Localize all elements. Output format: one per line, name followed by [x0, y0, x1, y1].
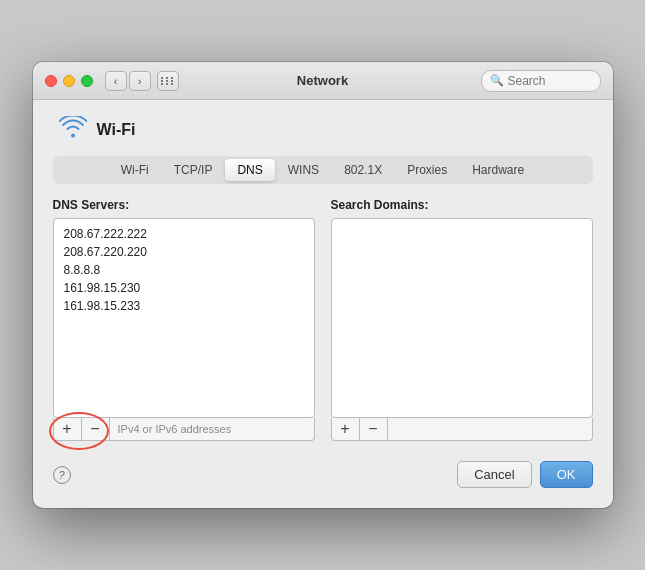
dns-servers-panel: DNS Servers: 208.67.222.222 208.67.220.2… [53, 198, 315, 441]
tab-hardware[interactable]: Hardware [460, 159, 536, 181]
titlebar: ‹ › Network 🔍 [33, 62, 613, 100]
list-item: 208.67.222.222 [58, 225, 310, 243]
minimize-button[interactable] [63, 75, 75, 87]
tab-wifi[interactable]: Wi-Fi [109, 159, 161, 181]
action-buttons: Cancel OK [457, 461, 592, 488]
tab-tcpip[interactable]: TCP/IP [162, 159, 225, 181]
tab-wins[interactable]: WINS [276, 159, 331, 181]
dns-server-controls: + − IPv4 or IPv6 addresses [53, 418, 315, 441]
remove-domain-button[interactable]: − [360, 418, 388, 440]
window-title: Network [297, 73, 348, 88]
dns-servers-list[interactable]: 208.67.222.222 208.67.220.220 8.8.8.8 16… [53, 218, 315, 418]
search-domain-controls: + − [331, 418, 593, 441]
add-dns-button[interactable]: + [54, 418, 82, 440]
search-domains-label: Search Domains: [331, 198, 593, 212]
ok-button[interactable]: OK [540, 461, 593, 488]
search-domains-panel: Search Domains: + − [331, 198, 593, 441]
help-button[interactable]: ? [53, 466, 71, 484]
search-icon: 🔍 [490, 74, 504, 87]
traffic-lights [45, 75, 93, 87]
cancel-button[interactable]: Cancel [457, 461, 531, 488]
forward-button[interactable]: › [129, 71, 151, 91]
search-box[interactable]: 🔍 [481, 70, 601, 92]
add-domain-button[interactable]: + [332, 418, 360, 440]
list-item: 208.67.220.220 [58, 243, 310, 261]
maximize-button[interactable] [81, 75, 93, 87]
search-input[interactable] [508, 74, 593, 88]
bottom-bar: ? Cancel OK [53, 451, 593, 492]
tabs-bar: Wi-Fi TCP/IP DNS WINS 802.1X Proxies Har… [53, 156, 593, 184]
list-item: 161.98.15.230 [58, 279, 310, 297]
close-button[interactable] [45, 75, 57, 87]
list-item: 161.98.15.233 [58, 297, 310, 315]
remove-dns-button[interactable]: − [82, 418, 110, 440]
tab-proxies[interactable]: Proxies [395, 159, 459, 181]
wifi-label: Wi-Fi [97, 121, 136, 139]
dns-servers-label: DNS Servers: [53, 198, 315, 212]
grid-button[interactable] [157, 71, 179, 91]
back-button[interactable]: ‹ [105, 71, 127, 91]
search-domains-list[interactable] [331, 218, 593, 418]
nav-buttons: ‹ › [105, 71, 151, 91]
dns-hint: IPv4 or IPv6 addresses [110, 418, 240, 440]
tab-dns[interactable]: DNS [225, 159, 274, 181]
content-area: Wi-Fi Wi-Fi TCP/IP DNS WINS 802.1X Proxi… [33, 100, 613, 508]
window: ‹ › Network 🔍 [33, 62, 613, 508]
main-area: DNS Servers: 208.67.222.222 208.67.220.2… [53, 198, 593, 441]
wifi-icon [59, 116, 87, 144]
list-item: 8.8.8.8 [58, 261, 310, 279]
tab-8021x[interactable]: 802.1X [332, 159, 394, 181]
wifi-header: Wi-Fi [53, 116, 593, 144]
grid-icon [161, 77, 175, 85]
